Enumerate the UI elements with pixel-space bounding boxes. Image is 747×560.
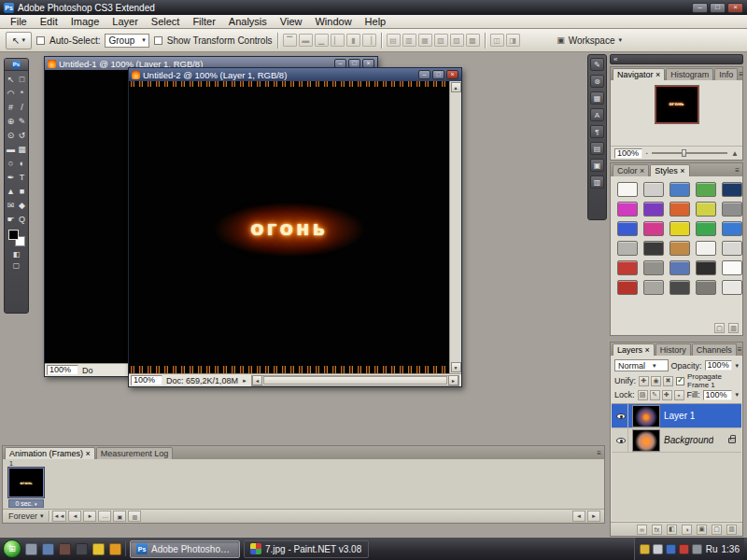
delete-layer-icon[interactable]: ▥ [726,525,737,535]
tab-color[interactable]: Color × [613,164,649,176]
adjustment-layer-icon[interactable]: ◑ [682,525,692,535]
marquee-tool[interactable]: □ [17,72,28,86]
close-button[interactable]: × [446,70,458,79]
blur-tool[interactable]: ○ [6,156,17,170]
layer-thumbnail[interactable] [632,429,660,452]
align-bottom-edges-icon[interactable]: ▁ [315,34,329,47]
current-tool-button[interactable]: ↖ ▾ [6,32,32,49]
brushes-panel-icon[interactable]: ✎ [590,58,604,71]
tab-channels[interactable]: Channels [692,343,737,356]
tab-measurement-log[interactable]: Measurement Log [96,447,174,459]
menu-file[interactable]: File [4,15,34,28]
frame-thumbnail[interactable]: огонь [8,468,44,497]
style-swatch[interactable] [643,280,664,295]
crop-tool[interactable]: # [6,100,17,114]
task-button[interactable]: PsAdobe Photoshop C... [130,540,240,558]
type-tool[interactable]: T [17,170,28,184]
style-swatch[interactable] [617,241,638,256]
style-swatch[interactable] [617,221,638,236]
healing-brush-tool[interactable]: ⊕ [6,114,17,128]
quick-launch-icon-1[interactable] [25,543,37,555]
style-swatch[interactable] [722,221,742,236]
quick-launch-icon-2[interactable] [42,543,54,555]
style-swatch[interactable] [669,241,690,256]
close-button[interactable]: × [727,3,743,13]
tray-icon-2[interactable] [653,544,663,554]
tray-icon-3[interactable] [666,544,676,554]
unify-style-icon[interactable]: ✖ [663,376,673,386]
language-indicator[interactable]: Ru [706,544,718,554]
menu-image[interactable]: Image [64,15,106,28]
scroll-down-button[interactable]: ▼ [451,362,461,372]
style-swatch[interactable] [669,182,690,197]
menu-select[interactable]: Select [145,15,187,28]
panel-menu-icon[interactable]: ≡ [739,68,744,80]
shape-tool[interactable]: ■ [17,184,28,198]
style-swatch[interactable] [669,260,690,275]
layer-thumbnail[interactable] [632,405,660,427]
show-transform-checkbox[interactable] [154,36,162,45]
minimize-button[interactable]: – [692,3,708,13]
clone-source-panel-icon[interactable]: ⊛ [590,75,604,88]
tool-presets-panel-icon[interactable]: ▣ [590,159,604,172]
clone-stamp-tool[interactable]: ⊙ [6,128,17,142]
align-right-edges-icon[interactable]: ▕ [362,34,376,47]
new-layer-icon[interactable]: ▢ [712,525,722,535]
delete-frame-button[interactable]: ▥ [128,511,141,522]
status-menu-arrow-icon[interactable]: ► [242,378,247,384]
panel-menu-icon[interactable]: ≡ [735,164,740,176]
tray-icon-4[interactable] [679,544,689,554]
layer-row-layer-1[interactable]: Layer 1 [612,404,741,428]
style-swatch[interactable] [696,221,716,236]
notes-tool[interactable]: ✉ [6,198,17,212]
loop-count-dropdown[interactable]: Forever ▾ [7,511,46,521]
style-swatch[interactable] [696,202,716,217]
lasso-tool[interactable]: ◠ [6,86,17,100]
dodge-tool[interactable]: ◐ [17,156,28,170]
start-button[interactable]: ⊞ [3,539,21,558]
menu-filter[interactable]: Filter [186,15,221,28]
align-top-edges-icon[interactable]: ▔ [283,34,297,47]
maximize-button[interactable]: □ [432,70,444,79]
tab-info[interactable]: Info [714,68,738,80]
workspace-button[interactable]: ▣ Workspace ▾ [557,35,622,46]
navigator-preview[interactable]: огонь [655,86,698,123]
lock-all-icon[interactable]: ▪ [674,390,684,400]
layer-style-icon[interactable]: fx [652,525,662,535]
path-selection-tool[interactable]: ▲ [6,184,17,198]
style-swatch[interactable] [722,280,742,295]
zoom-slider-thumb[interactable] [682,149,686,157]
document-window-untitled-2[interactable]: огонь ▲ ▼ Untitled-2 @ 100% (Layer 1, RG… [128,67,462,387]
unify-visibility-icon[interactable]: ◉ [651,376,661,386]
style-swatch[interactable] [669,202,690,217]
tab-styles[interactable]: Styles × [650,164,689,176]
lock-position-icon[interactable]: ✚ [662,390,672,400]
dock-collapse-bar[interactable]: « [610,54,743,64]
style-swatch[interactable] [722,241,742,256]
quick-mask-mode-button[interactable]: ◧ [13,250,21,259]
unify-position-icon[interactable]: ✚ [639,376,649,386]
distribute-horizontal-centers-icon[interactable]: ▨ [450,34,464,47]
style-swatch[interactable] [696,280,716,295]
move-tool[interactable]: ↖ [6,72,17,86]
menu-layer[interactable]: Layer [106,15,145,28]
play-button[interactable]: ► [83,511,96,522]
style-swatch[interactable] [643,182,664,197]
style-swatch[interactable] [643,241,664,256]
maximize-button[interactable]: □ [710,3,726,13]
scrollbar-thumb[interactable] [263,376,447,385]
opacity-slider-arrow-icon[interactable]: ▾ [735,362,739,370]
style-swatch[interactable] [617,260,638,275]
align-horizontal-centers-icon[interactable]: ▮ [346,34,360,47]
add-layer-mask-icon[interactable]: ◧ [667,525,677,535]
frames-scroll-left-button[interactable]: ◄ [572,511,585,522]
character-panel-icon[interactable]: A [590,108,604,121]
eyedropper-tool[interactable]: ◆ [17,198,28,212]
align-vertical-centers-icon[interactable]: ▬ [299,34,313,47]
opacity-field[interactable]: 100% [705,360,733,371]
menu-view[interactable]: View [274,15,309,28]
hand-tool[interactable]: ☛ [6,212,17,226]
panel-menu-icon[interactable]: ≡ [597,447,602,459]
style-swatch[interactable] [696,260,716,275]
quick-selection-tool[interactable]: * [17,86,28,100]
